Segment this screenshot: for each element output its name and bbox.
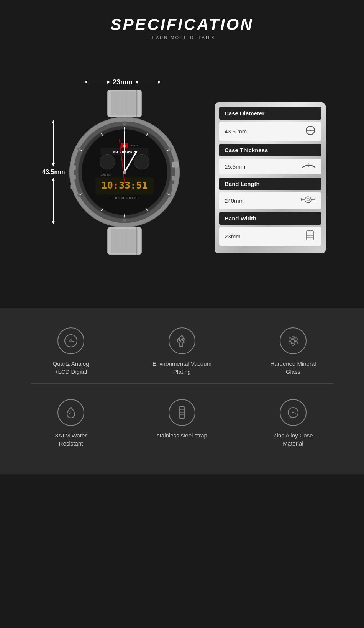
vacuum-icon-circle bbox=[169, 327, 195, 354]
vacuum-label: Environmental VacuumPlating bbox=[152, 360, 212, 376]
feature-vacuum: Environmental VacuumPlating bbox=[144, 327, 220, 376]
svg-point-76 bbox=[289, 338, 292, 340]
svg-point-35 bbox=[123, 171, 126, 174]
svg-line-70 bbox=[71, 341, 74, 342]
svg-rect-1 bbox=[111, 91, 138, 115]
svg-point-72 bbox=[292, 340, 295, 342]
glass-icon-circle bbox=[280, 327, 307, 354]
page-subtitle: LEARN MORE DETAILS bbox=[8, 35, 356, 40]
page-title: SPECIFICATION bbox=[8, 15, 356, 34]
feature-glass: Hardened MineralGlass bbox=[255, 327, 331, 376]
svg-point-15 bbox=[123, 122, 126, 126]
svg-rect-11 bbox=[172, 184, 177, 189]
features-section: Quartz Analog+LCD Digital Environmental … bbox=[0, 308, 364, 474]
spec-value-case-thickness: 15.5mm bbox=[219, 159, 321, 174]
svg-point-26 bbox=[134, 154, 149, 169]
header-section: SPECIFICATION LEARN MORE DETAILS bbox=[0, 0, 364, 63]
diagram-section: 23mm 43.5mm bbox=[0, 63, 364, 308]
svg-point-16 bbox=[123, 219, 126, 222]
svg-rect-13 bbox=[70, 175, 75, 180]
strap-icon-circle bbox=[169, 399, 195, 426]
case-thickness-icon bbox=[302, 162, 316, 171]
feature-zinc: Zinc Alloy CaseMaterial bbox=[255, 399, 331, 447]
watch-diagram: 23mm 43.5mm bbox=[38, 71, 199, 285]
watch-image: N▲VIFORCE N DATE 10:33:51 CHRONOGRAPH CH… bbox=[61, 90, 188, 255]
zinc-icon-circle bbox=[280, 399, 307, 426]
features-row-1: Quartz Analog+LCD Digital Environmental … bbox=[15, 327, 349, 376]
spec-label-band-width: Band Width bbox=[219, 212, 321, 225]
svg-point-74 bbox=[292, 343, 295, 346]
band-width-value-card: 23mm bbox=[225, 233, 241, 240]
svg-text:CHRONOGRAPH: CHRONOGRAPH bbox=[110, 197, 139, 200]
svg-point-17 bbox=[77, 148, 81, 151]
water-label: 3ATM WaterResistant bbox=[55, 431, 87, 447]
features-row-2: 3ATM WaterResistant stainless steel stra… bbox=[15, 384, 349, 447]
feature-water: 3ATM WaterResistant bbox=[33, 399, 109, 447]
svg-point-19 bbox=[77, 194, 81, 197]
spec-value-band-width: 23mm bbox=[219, 227, 321, 246]
band-width-icon bbox=[304, 230, 316, 243]
spec-label-band-length: Band Length bbox=[219, 178, 321, 190]
svg-point-86 bbox=[292, 412, 294, 414]
svg-point-78 bbox=[289, 341, 292, 344]
case-thickness-value: 15.5mm bbox=[225, 163, 245, 170]
svg-rect-10 bbox=[172, 176, 177, 181]
spec-value-case-diameter: 43.5 mm bbox=[219, 122, 321, 141]
svg-point-20 bbox=[168, 194, 172, 197]
spec-label-case-diameter: Case Diameter bbox=[219, 107, 321, 120]
svg-point-58 bbox=[307, 199, 309, 201]
arrow-line-horizontal-top bbox=[84, 82, 110, 82]
svg-text:DATE: DATE bbox=[131, 144, 139, 147]
water-icon-circle bbox=[57, 399, 84, 426]
quartz-icon-circle bbox=[57, 327, 84, 354]
arrow-line-vertical-bottom bbox=[53, 178, 54, 224]
quartz-label: Quartz Analog+LCD Digital bbox=[52, 360, 89, 376]
svg-point-73 bbox=[292, 336, 295, 339]
band-length-icon bbox=[300, 196, 316, 206]
svg-text:CHR SIG: CHR SIG bbox=[101, 173, 111, 176]
svg-point-75 bbox=[295, 338, 297, 340]
svg-point-53 bbox=[310, 130, 311, 131]
band-length-value: 240mm bbox=[225, 197, 244, 204]
glass-label: Hardened MineralGlass bbox=[270, 360, 316, 376]
spec-label-case-thickness: Case Thickness bbox=[219, 144, 321, 156]
arrow-line-vertical bbox=[53, 120, 54, 166]
arrow-line-horizontal-top-right bbox=[135, 82, 161, 82]
band-width-arrow: 23mm bbox=[84, 78, 161, 86]
svg-rect-9 bbox=[172, 162, 179, 167]
case-diameter-icon bbox=[305, 125, 316, 138]
svg-rect-12 bbox=[70, 165, 75, 170]
svg-point-18 bbox=[168, 148, 172, 151]
case-diameter-value: 43.5 mm bbox=[225, 128, 247, 135]
feature-quartz: Quartz Analog+LCD Digital bbox=[33, 327, 109, 376]
svg-point-57 bbox=[305, 197, 311, 203]
strap-label: stainless steel strap bbox=[157, 431, 207, 439]
zinc-label: Zinc Alloy CaseMaterial bbox=[273, 431, 313, 447]
spec-card: Case Diameter 43.5 mm Case Thickness 15.… bbox=[215, 102, 326, 253]
band-width-label: 23mm bbox=[113, 78, 133, 86]
spec-value-band-length: 240mm bbox=[219, 192, 321, 209]
feature-strap: stainless steel strap bbox=[144, 399, 220, 439]
svg-point-77 bbox=[295, 341, 297, 344]
svg-rect-79 bbox=[180, 406, 184, 419]
svg-rect-14 bbox=[70, 184, 75, 189]
svg-point-25 bbox=[100, 154, 115, 169]
svg-rect-47 bbox=[111, 229, 138, 253]
